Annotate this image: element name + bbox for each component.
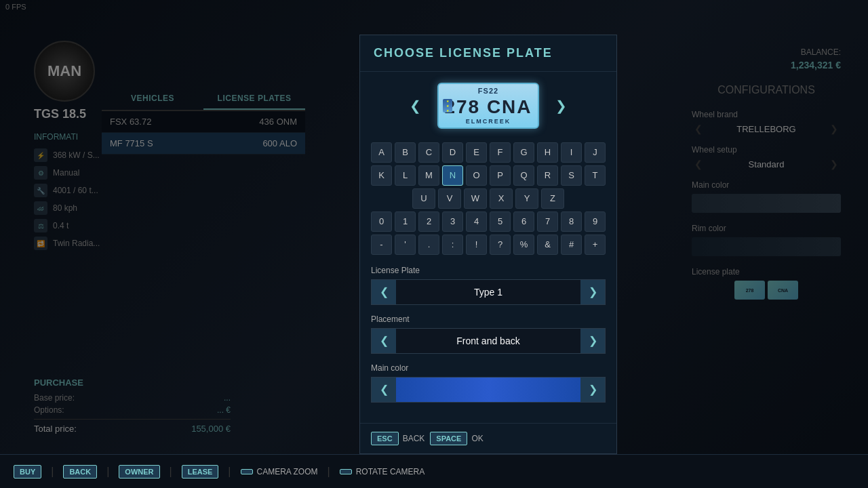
modal-title: CHOOSE LICENSE PLATE: [360, 35, 616, 72]
key-D[interactable]: D: [442, 142, 463, 163]
esc-back-button[interactable]: ESC BACK: [371, 432, 425, 445]
key-O[interactable]: O: [466, 165, 487, 186]
camera-zoom-label: CAMERA ZOOM: [257, 467, 318, 476]
buy-button[interactable]: BUY: [14, 465, 41, 479]
key-C[interactable]: C: [418, 142, 439, 163]
back-key: BACK: [63, 465, 97, 479]
back-label: BACK: [403, 434, 425, 443]
plate-top-text: FS22: [478, 87, 498, 95]
key-exclaim[interactable]: !: [466, 235, 487, 255]
lease-key: LEASE: [182, 465, 219, 479]
key-K[interactable]: K: [371, 165, 392, 186]
plate-main-text: 278 CNA: [444, 96, 532, 118]
buy-key: BUY: [14, 465, 41, 479]
space-ok-button[interactable]: SPACE OK: [430, 432, 483, 445]
key-B[interactable]: B: [395, 142, 416, 163]
key-ampersand[interactable]: &: [537, 235, 558, 255]
key-X[interactable]: X: [490, 188, 513, 209]
back-button[interactable]: BACK: [63, 465, 97, 479]
plate-next-arrow[interactable]: ❯: [550, 92, 572, 119]
license-plate-selector: ❮ Type 1 ❯: [371, 279, 606, 305]
space-key: SPACE: [430, 432, 467, 445]
placement-value: Front and back: [396, 336, 580, 346]
lease-button[interactable]: LEASE: [182, 465, 219, 479]
key-V[interactable]: V: [438, 188, 461, 209]
key-J[interactable]: J: [585, 142, 606, 163]
key-W[interactable]: W: [464, 188, 487, 209]
plate-display-area: ❮ ★ ★ ★ FS22 278 CNA ELMCREEK ❯: [371, 83, 606, 129]
key-M[interactable]: M: [418, 165, 439, 186]
license-plate-preview: ★ ★ ★ FS22 278 CNA ELMCREEK: [437, 83, 539, 129]
placement-prev[interactable]: ❮: [372, 329, 396, 353]
key-5[interactable]: 5: [490, 211, 511, 232]
ok-label: OK: [471, 434, 483, 443]
key-S[interactable]: S: [561, 165, 582, 186]
key-dash[interactable]: -: [371, 235, 392, 255]
license-plate-type-value: Type 1: [396, 287, 580, 298]
key-row-4: 0 1 2 3 4 5 6 7 8 9: [371, 211, 606, 232]
camera-zoom-key: [241, 469, 253, 474]
key-R[interactable]: R: [537, 165, 558, 186]
key-8[interactable]: 8: [561, 211, 582, 232]
owner-key: OWNER: [119, 465, 159, 479]
license-plate-selector-section: License Plate ❮ Type 1 ❯: [371, 266, 606, 305]
camera-zoom-button[interactable]: CAMERA ZOOM: [241, 467, 318, 476]
key-9[interactable]: 9: [585, 211, 606, 232]
key-plus[interactable]: +: [585, 235, 606, 255]
key-T[interactable]: T: [585, 165, 606, 186]
key-colon[interactable]: :: [442, 235, 463, 255]
key-percent[interactable]: %: [513, 235, 534, 255]
key-7[interactable]: 7: [537, 211, 558, 232]
license-plate-prev[interactable]: ❮: [372, 280, 396, 304]
license-plate-selector-label: License Plate: [371, 266, 606, 275]
key-Y[interactable]: Y: [515, 188, 538, 209]
key-3[interactable]: 3: [442, 211, 463, 232]
key-1[interactable]: 1: [395, 211, 416, 232]
key-apostrophe[interactable]: ': [395, 235, 416, 255]
key-P[interactable]: P: [490, 165, 511, 186]
main-color-section: Main color ❮ ❯: [371, 363, 606, 403]
main-color-prev[interactable]: ❮: [372, 378, 396, 402]
placement-next[interactable]: ❯: [580, 329, 605, 353]
main-color-next[interactable]: ❯: [580, 378, 605, 402]
key-F[interactable]: F: [490, 142, 511, 163]
rotate-camera-button[interactable]: ROTATE CAMERA: [340, 467, 425, 476]
key-hash[interactable]: #: [561, 235, 582, 255]
plate-flag: ★ ★ ★: [443, 99, 452, 113]
key-E[interactable]: E: [466, 142, 487, 163]
modal-body: ❮ ★ ★ ★ FS22 278 CNA ELMCREEK ❯: [360, 72, 616, 423]
key-row-3: U V W X Y Z: [371, 188, 606, 209]
license-plate-modal: CHOOSE LICENSE PLATE ❮ ★ ★ ★ FS22 278 CN…: [359, 35, 617, 454]
key-G[interactable]: G: [513, 142, 534, 163]
plate-prev-arrow[interactable]: ❮: [404, 92, 427, 119]
owner-button[interactable]: OWNER: [119, 465, 159, 479]
key-Z[interactable]: Z: [541, 188, 564, 209]
key-Q[interactable]: Q: [513, 165, 534, 186]
placement-selector-label: Placement: [371, 314, 606, 324]
plate-bottom-text: ELMCREEK: [466, 118, 511, 125]
divider-5: |: [328, 466, 330, 478]
divider-1: |: [51, 466, 54, 478]
key-L[interactable]: L: [395, 165, 416, 186]
key-U[interactable]: U: [412, 188, 435, 209]
key-row-2: K L M N O P Q R S T: [371, 165, 606, 186]
license-plate-next[interactable]: ❯: [580, 280, 605, 304]
key-H[interactable]: H: [537, 142, 558, 163]
main-color-section-label: Main color: [371, 363, 606, 373]
key-0[interactable]: 0: [371, 211, 392, 232]
key-6[interactable]: 6: [513, 211, 534, 232]
bottom-bar: BUY | BACK | OWNER | LEASE | CAMERA ZOOM…: [0, 454, 868, 488]
key-I[interactable]: I: [561, 142, 582, 163]
key-N[interactable]: N: [442, 165, 463, 186]
key-period[interactable]: .: [418, 235, 439, 255]
placement-selector-section: Placement ❮ Front and back ❯: [371, 314, 606, 354]
key-A[interactable]: A: [371, 142, 392, 163]
key-4[interactable]: 4: [466, 211, 487, 232]
key-question[interactable]: ?: [490, 235, 511, 255]
divider-3: |: [170, 466, 172, 478]
divider-4: |: [228, 466, 231, 478]
rotate-camera-key: [340, 469, 352, 474]
placement-selector: ❮ Front and back ❯: [371, 328, 606, 354]
main-color-swatch-modal[interactable]: [396, 378, 580, 402]
key-2[interactable]: 2: [418, 211, 439, 232]
